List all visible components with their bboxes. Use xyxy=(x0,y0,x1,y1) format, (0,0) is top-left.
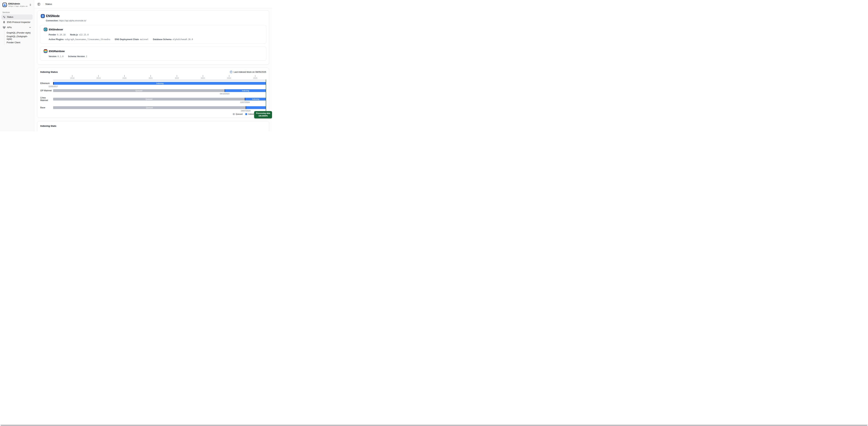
segment-date-label: 24/07/2024 xyxy=(241,110,250,112)
connection-line: Connection: https://api.alpha.ensnode.io… xyxy=(46,20,266,22)
chain-label: OP Mainnet xyxy=(40,89,53,92)
indexing-status-title: Indexing Status xyxy=(40,71,58,73)
last-indexed-text: Last indexed block on 08/05/2025 xyxy=(234,71,266,73)
axis-tick xyxy=(203,75,203,77)
segment-date-label: 12/07/2024 xyxy=(240,101,250,103)
timeline-row: BaseQueued24/07/2024 xyxy=(40,106,266,113)
timeline-row: EthereumIndexing11/03/2017 xyxy=(40,82,266,88)
ensnode-icon xyxy=(41,14,45,18)
segment-date-label: 11/03/2017 xyxy=(49,85,58,88)
timeline-row: OP MainnetQueuedIndexing04/10/2023 xyxy=(40,89,266,95)
chevron-down-icon xyxy=(29,26,31,29)
segment-date-label: 04/10/2023 xyxy=(220,93,229,95)
axis-tick xyxy=(151,75,151,77)
tooltip-line2: 100.0000% xyxy=(256,115,270,117)
ensrainbow-icon xyxy=(44,49,48,53)
sidebar-subitem-graphql-ponder[interactable]: GraphQL (Ponder-style) xyxy=(4,30,33,35)
queued-segment[interactable]: Queued xyxy=(53,89,225,92)
axis-tick-label: 2021 xyxy=(149,77,153,79)
indexing-segment[interactable]: Indexing xyxy=(53,82,266,85)
sidebar-nav: Status ENS Protocol Inspector APIs Graph… xyxy=(1,14,33,45)
chain-label: Base xyxy=(40,106,53,109)
legend-label: Queued xyxy=(236,113,243,115)
sidebar-subitem-graphql-subgraph[interactable]: GraphQL (Subgraph-style) xyxy=(4,35,33,40)
indexing-segment[interactable]: Indexing xyxy=(225,89,266,92)
field-ponder: Ponder0.10.18 xyxy=(49,33,66,36)
sidebar-item-apis[interactable]: APIs xyxy=(1,25,33,30)
chain-label: Ethereum xyxy=(40,82,53,85)
chain-track: QueuedIndexing04/10/2023 xyxy=(53,89,266,92)
sidebar-item-status[interactable]: Status xyxy=(1,14,33,20)
main-area: Status ENSNode Connection: https://api.a… xyxy=(34,0,272,131)
axis-tick xyxy=(72,75,72,77)
legend-swatch-icon xyxy=(245,113,247,115)
field-active-plugins: Active Pluginssubgraph,basenames,lineana… xyxy=(49,38,110,41)
legend-item-queued: Queued xyxy=(233,113,243,115)
field-nodejs: Node.jsv22.15.0 xyxy=(70,33,89,36)
indexing-segment[interactable] xyxy=(246,106,266,109)
indexing-stats-title: Indexing Stats xyxy=(40,125,266,127)
ens-logo-icon xyxy=(3,21,5,24)
indexing-timeline-chart: 20182019202020212022202320242025 Ethereu… xyxy=(40,74,266,116)
axis-tick xyxy=(98,75,99,77)
chevrons-up-down-icon xyxy=(29,4,32,6)
field-version: Version0.1.0 xyxy=(49,55,64,58)
app-window: { "sidebar": { "app_name": "ENSAdmin", "… xyxy=(0,0,272,131)
last-indexed-block: Last indexed block on 08/05/2025 xyxy=(230,71,266,73)
apis-submenu: GraphQL (Ponder-style) GraphQL (Subgraph… xyxy=(4,30,33,45)
sidebar-item-label: ENS Protocol Inspector xyxy=(7,21,31,24)
workspace-switcher[interactable]: ENSAdmin https://api.alpha.ens… xyxy=(1,1,33,8)
app-connection-url: https://api.alpha.ens… xyxy=(8,5,28,7)
page-content: ENSNode Connection: https://api.alpha.en… xyxy=(34,8,272,131)
queued-segment[interactable]: Queued xyxy=(53,98,245,100)
activity-icon xyxy=(3,16,5,19)
axis-tick xyxy=(124,75,125,77)
axis-tick-label: 2023 xyxy=(201,77,205,79)
topbar: Status xyxy=(34,0,272,8)
ensnode-title: ENSNode xyxy=(46,14,60,18)
queued-segment[interactable]: Queued xyxy=(53,106,246,109)
app-title: ENSAdmin xyxy=(8,2,28,5)
ensindexer-icon xyxy=(44,28,48,31)
progress-tooltip: Processing data 100.0000% xyxy=(254,111,272,119)
ensindexer-card: ENSIndexer Ponder0.10.18 Node.jsv22.15.0… xyxy=(40,25,266,43)
clock-icon xyxy=(230,71,232,73)
ensrainbow-card: ENSRainbow Version0.1.0 Schema Version2 xyxy=(40,47,266,61)
sidebar-toggle-button[interactable] xyxy=(37,2,41,6)
ensrainbow-title: ENSRainbow xyxy=(49,50,65,53)
connection-label: Connection: xyxy=(46,20,59,22)
chain-label: Linea Mainnet xyxy=(40,96,53,102)
timeline-row: Linea MainnetQueuedIndexing12/07/2024 xyxy=(40,96,266,105)
indexing-segment[interactable]: Indexing xyxy=(245,98,266,100)
panel-left-icon xyxy=(37,3,40,5)
axis-tick xyxy=(177,75,177,77)
axis-tick-label: 2019 xyxy=(96,77,100,79)
axis-tick xyxy=(229,75,229,77)
connection-url: https://api.alpha.ensnode.io/ xyxy=(59,20,86,22)
chain-track: QueuedIndexing12/07/2024 xyxy=(53,98,266,100)
radio-tower-icon xyxy=(3,26,5,29)
sidebar-item-label: APIs xyxy=(7,26,27,29)
chain-track: Queued24/07/2024 xyxy=(53,106,266,109)
field-schema-version: Schema Version2 xyxy=(68,55,87,58)
ensindexer-title: ENSIndexer xyxy=(49,28,63,31)
axis-tick-label: 2020 xyxy=(122,77,126,79)
axis-tick xyxy=(255,75,255,77)
timeline-track xyxy=(53,80,266,81)
sidebar-group-label: Services xyxy=(2,11,32,13)
ensadmin-logo xyxy=(2,3,7,7)
chain-track: Indexing11/03/2017 xyxy=(53,82,266,85)
ensnode-card: ENSNode Connection: https://api.alpha.en… xyxy=(37,10,269,65)
indexing-stats-card: Indexing Stats xyxy=(37,121,269,131)
timeline-rows: EthereumIndexing11/03/2017OP MainnetQueu… xyxy=(40,82,266,113)
axis-tick-label: 2024 xyxy=(227,77,231,79)
sidebar: ENSAdmin https://api.alpha.ens… Services… xyxy=(0,0,34,131)
axis-tick-label: 2018 xyxy=(70,77,74,79)
legend-swatch-icon xyxy=(233,113,235,115)
chart-legend: QueuedIndexingCurrent xyxy=(53,113,266,116)
field-database-schema: Database SchemaalphaSchema0.26.0 xyxy=(153,38,193,41)
sidebar-subitem-ponder-client[interactable]: Ponder Client xyxy=(4,40,33,45)
sidebar-item-ens-protocol-inspector[interactable]: ENS Protocol Inspector xyxy=(1,20,33,25)
axis-tick-label: 2025 xyxy=(253,77,257,79)
sidebar-item-label: Status xyxy=(7,16,31,18)
